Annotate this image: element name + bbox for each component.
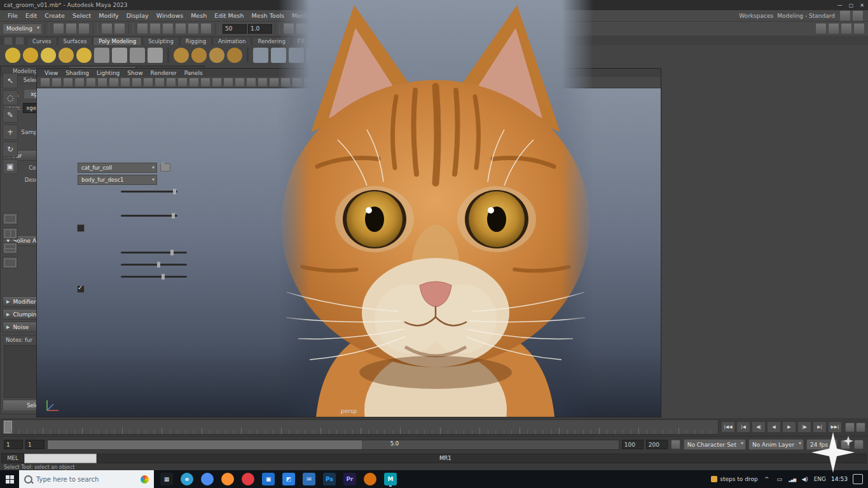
photos-icon[interactable]: ◩ (282, 473, 295, 485)
select-hierarchy-icon[interactable] (137, 23, 148, 34)
render-current-frame-icon[interactable] (395, 23, 406, 34)
snap-to-grid-icon[interactable] (283, 23, 294, 34)
edge-icon[interactable]: e (181, 473, 193, 485)
command-line-results[interactable]: MR1 (97, 454, 867, 463)
persp-outliner-layout-button[interactable] (3, 257, 18, 269)
select-object-icon[interactable] (149, 23, 161, 34)
select-camera-icon[interactable] (40, 78, 50, 87)
single-view-layout-button[interactable] (3, 213, 18, 225)
minimize-button[interactable]: — (837, 3, 843, 8)
menu-item[interactable]: Mesh Display (288, 12, 336, 19)
snap-to-point-icon[interactable] (308, 23, 320, 34)
safe-action-icon[interactable] (177, 78, 188, 87)
shelf-tab[interactable]: Rigging (180, 37, 212, 45)
viewport-menu-item[interactable]: Lighting (93, 70, 123, 76)
display-icon[interactable]: ▭ (776, 476, 783, 482)
close-button[interactable]: ✕ (860, 3, 864, 8)
notification-center-icon[interactable] (853, 474, 863, 484)
modeling-toolkit-toggle-icon[interactable] (815, 23, 827, 34)
field-chart-icon[interactable] (166, 78, 176, 87)
gate-mask-icon[interactable] (155, 78, 165, 87)
shelf-separator[interactable] (167, 48, 169, 63)
depth-of-field-icon[interactable] (292, 78, 302, 87)
rotate-tool-icon[interactable]: ↻ (3, 142, 18, 157)
go-to-start-button[interactable]: |◀◀ (721, 421, 735, 433)
exposure-icon[interactable] (326, 78, 336, 87)
sign-in-button[interactable]: Sign In (439, 25, 467, 32)
tool-settings-toggle-icon[interactable] (853, 23, 865, 34)
menu-item[interactable]: Modify (95, 12, 122, 19)
poly-sphere-icon[interactable] (94, 48, 109, 63)
curve-cylinder-icon[interactable] (41, 48, 56, 63)
playback-start-field[interactable]: 1 (25, 440, 45, 449)
bevel-icon[interactable] (307, 48, 322, 63)
poly-cube-icon[interactable] (112, 48, 127, 63)
shelf-tab[interactable]: Sculpting (142, 37, 179, 45)
step-forward-key-button[interactable]: ▶| (813, 421, 827, 433)
taper-slider[interactable] (121, 264, 187, 266)
viewport-menu-item[interactable]: Panels (181, 70, 207, 76)
shelf-tab[interactable]: Rendering (252, 37, 291, 45)
chrome-icon[interactable] (201, 473, 214, 485)
four-view-layout-button[interactable] (3, 227, 18, 240)
select-component-icon[interactable] (162, 23, 174, 34)
grid-size-field[interactable]: 50 (223, 24, 247, 34)
shadows-icon[interactable] (246, 78, 256, 87)
shelf-menu-icon[interactable] (4, 37, 13, 45)
blender-icon[interactable] (364, 473, 376, 485)
command-line-input[interactable] (24, 454, 97, 463)
open-render-view-icon[interactable] (382, 23, 394, 34)
multi-cut-icon[interactable] (271, 48, 286, 63)
two-view-layout-button[interactable] (3, 242, 18, 254)
curve-cone-icon[interactable] (59, 48, 74, 63)
ambient-occlusion-icon[interactable] (258, 78, 268, 87)
image-plane-icon[interactable] (86, 78, 96, 87)
wireframe-icon[interactable] (200, 78, 210, 87)
curve-sphere-icon[interactable] (5, 48, 20, 63)
viewport-menu-item[interactable]: Shading (62, 70, 93, 76)
mail-icon[interactable]: ✉ (303, 473, 315, 485)
new-scene-icon[interactable] (53, 23, 64, 34)
resolution-gate-icon[interactable] (143, 78, 153, 87)
poly-plane-icon[interactable] (148, 48, 163, 63)
camera-attributes-icon[interactable] (63, 78, 73, 87)
redo-icon[interactable] (114, 23, 125, 34)
safe-title-icon[interactable] (189, 78, 199, 87)
folder-icon[interactable] (160, 163, 170, 172)
motion-blur-icon[interactable] (269, 78, 279, 87)
store-icon[interactable]: ▣ (262, 473, 275, 485)
search-highlights-icon[interactable] (141, 475, 149, 484)
step-forward-frame-button[interactable]: |▶ (797, 421, 811, 433)
workspaces-label[interactable]: Workspaces (739, 13, 773, 19)
shelf-tab[interactable]: FX Caching (311, 37, 353, 45)
spline-width-slider[interactable] (121, 252, 187, 254)
menu-item[interactable]: Create (41, 12, 69, 19)
workspace-menu-icon[interactable] (839, 10, 851, 22)
shelf-options-gear-icon[interactable] (15, 37, 24, 45)
volume-icon[interactable]: ◀) (801, 476, 809, 482)
animation-end-field[interactable]: 200 (646, 440, 668, 449)
sculpt-tool-icon[interactable] (174, 48, 189, 63)
range-slider[interactable]: 5.0 (47, 440, 619, 450)
workspace-selector[interactable]: Modeling - Standard (777, 13, 835, 19)
taskbar-search-box[interactable]: Type here to search (19, 470, 154, 488)
mirror-icon[interactable] (360, 48, 375, 63)
target-weld-icon[interactable] (289, 48, 304, 63)
viewport-menu-item[interactable]: Renderer (147, 70, 181, 76)
maya-icon[interactable]: M (384, 473, 397, 485)
maximize-button[interactable]: ▢ (849, 3, 854, 8)
hammer-icon[interactable] (841, 440, 850, 449)
snap-to-view-plane-icon[interactable] (334, 23, 345, 34)
textured-icon[interactable] (223, 78, 233, 87)
fps-dropdown[interactable]: 24 fps (806, 439, 837, 450)
language-indicator[interactable]: ENG (814, 476, 826, 482)
menu-item[interactable]: Help (534, 12, 556, 19)
photoshop-icon[interactable]: Ps (323, 473, 336, 485)
transform-value-field[interactable]: 1.0 (248, 24, 272, 34)
go-to-end-button[interactable]: ▶▶| (828, 421, 842, 433)
menu-item[interactable]: UV (429, 12, 444, 19)
menu-item[interactable]: Select (69, 12, 95, 19)
select-tool-icon[interactable]: ↖ (3, 73, 18, 88)
enable-per-hair-checkbox[interactable] (77, 285, 85, 293)
viewport-menu-item[interactable]: Show (123, 70, 146, 76)
